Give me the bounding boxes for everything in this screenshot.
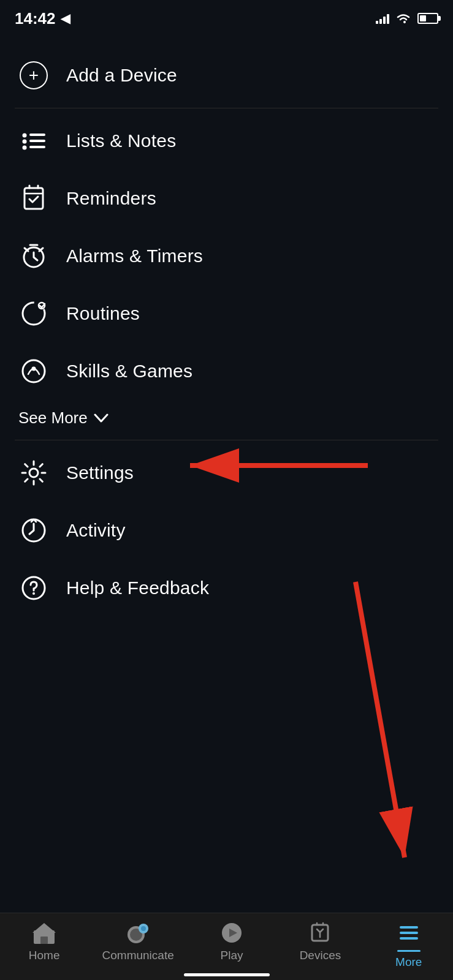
- skills-icon: [18, 356, 49, 386]
- reminders-icon: [18, 183, 49, 214]
- skills-games-item[interactable]: Skills & Games: [0, 342, 453, 400]
- home-label: Home: [29, 949, 60, 962]
- play-label: Play: [221, 949, 243, 962]
- svg-point-12: [29, 469, 38, 477]
- routines-item[interactable]: Routines: [0, 285, 453, 342]
- home-icon: [29, 921, 59, 945]
- divider-1: [15, 108, 438, 108]
- svg-point-15: [32, 592, 35, 595]
- svg-rect-22: [40, 937, 48, 944]
- more-icon: [394, 921, 424, 945]
- wifi-icon: [395, 12, 411, 24]
- lists-notes-item[interactable]: Lists & Notes: [0, 112, 453, 170]
- status-time: 14:42 ◀: [15, 9, 70, 28]
- battery-icon: [417, 13, 438, 24]
- reminders-label: Reminders: [66, 188, 156, 209]
- bottom-navigation: Home Communicate Play: [0, 913, 453, 980]
- help-icon: [18, 573, 49, 603]
- svg-point-8: [23, 303, 45, 325]
- svg-point-4: [23, 146, 27, 150]
- svg-rect-32: [400, 937, 418, 940]
- location-icon: ◀: [61, 11, 70, 26]
- svg-rect-30: [400, 926, 418, 929]
- svg-point-11: [32, 367, 36, 371]
- time-display: 14:42: [15, 9, 56, 28]
- play-icon: [217, 921, 246, 945]
- svg-point-2: [23, 140, 27, 144]
- svg-point-26: [141, 926, 146, 931]
- add-device-label: Add a Device: [66, 65, 177, 86]
- skills-games-label: Skills & Games: [66, 361, 192, 382]
- svg-rect-1: [29, 134, 45, 136]
- more-label: More: [395, 956, 422, 969]
- svg-rect-31: [400, 932, 418, 934]
- help-feedback-item[interactable]: Help & Feedback: [0, 559, 453, 617]
- nav-play[interactable]: Play: [201, 921, 262, 962]
- svg-rect-6: [25, 188, 43, 209]
- activity-item[interactable]: Activity: [0, 502, 453, 559]
- lists-notes-label: Lists & Notes: [66, 130, 176, 151]
- more-active-indicator: [397, 950, 421, 952]
- status-icons: [376, 12, 438, 24]
- routines-icon: [18, 298, 49, 329]
- nav-devices[interactable]: Devices: [289, 921, 351, 962]
- svg-point-10: [23, 360, 45, 382]
- alarms-icon: [18, 241, 49, 271]
- plus-circle-icon: +: [18, 60, 49, 91]
- status-bar: 14:42 ◀: [0, 0, 453, 34]
- divider-2: [15, 440, 438, 440]
- settings-label: Settings: [66, 462, 134, 483]
- help-feedback-label: Help & Feedback: [66, 578, 209, 598]
- svg-rect-5: [29, 146, 45, 148]
- communicate-label: Communicate: [102, 949, 174, 962]
- see-more-label: See More: [18, 409, 88, 428]
- nav-communicate[interactable]: Communicate: [102, 921, 174, 962]
- alarms-timers-item[interactable]: Alarms & Timers: [0, 227, 453, 285]
- signal-icon: [376, 13, 389, 24]
- communicate-icon: [123, 921, 153, 945]
- svg-marker-21: [32, 923, 56, 933]
- activity-icon: [18, 515, 49, 546]
- see-more-button[interactable]: See More: [0, 400, 453, 436]
- devices-icon: [305, 921, 335, 945]
- chevron-down-icon: [94, 413, 108, 423]
- home-indicator: [184, 973, 270, 976]
- gear-icon: [18, 458, 49, 488]
- routines-label: Routines: [66, 303, 140, 324]
- svg-rect-3: [29, 140, 45, 142]
- devices-label: Devices: [300, 949, 341, 962]
- settings-item[interactable]: Settings: [0, 444, 453, 502]
- nav-home[interactable]: Home: [13, 921, 75, 962]
- reminders-item[interactable]: Reminders: [0, 170, 453, 227]
- nav-more[interactable]: More: [378, 921, 440, 969]
- lists-icon: [18, 126, 49, 156]
- activity-label: Activity: [66, 520, 126, 541]
- main-content: + Add a Device Lists & Notes: [0, 34, 453, 629]
- alarms-timers-label: Alarms & Timers: [66, 246, 203, 266]
- svg-point-0: [23, 134, 27, 138]
- add-device-item[interactable]: + Add a Device: [0, 47, 453, 104]
